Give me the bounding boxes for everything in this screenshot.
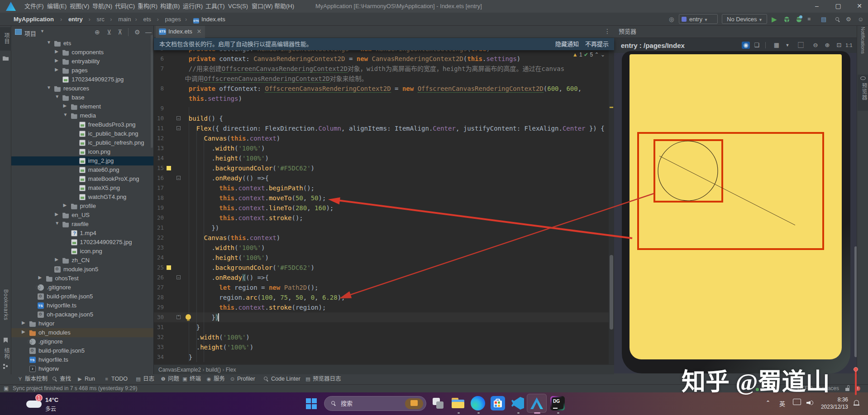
structure-stripe-tab[interactable]: 结构 [3,348,10,359]
tree-item-hvigorw[interactable]: hvigorw [11,364,154,373]
commit-stripe-icon[interactable] [3,56,9,61]
debug-button[interactable] [784,17,789,22]
chevron-right-icon[interactable]: ▶ [63,203,67,208]
chevron-right-icon[interactable]: ▶ [55,58,58,63]
run-button[interactable]: ▶ [772,13,777,26]
chevron-right-icon[interactable]: ▶ [55,49,58,54]
expand-all-icon[interactable]: ⊻ [107,28,111,36]
color-swatch[interactable] [167,265,171,270]
tree-item-pages[interactable]: ▶pages [11,66,154,75]
chevron-down-icon[interactable]: ▼ [55,221,59,226]
fold-marker-icon[interactable]: – [176,126,181,130]
tree-item-1.mp4[interactable]: 1.mp4 [11,229,154,238]
breadcrumb-main[interactable]: main [118,13,131,26]
tree-item-watchGT4.png[interactable]: watchGT4.png [11,193,154,202]
tree-item-icon.png[interactable]: icon.png [11,247,154,256]
task-view-icon[interactable] [431,396,445,410]
preview-frame-icon[interactable]: ⃞ [800,42,808,49]
tool-window-Profiler[interactable]: Profiler [237,374,255,384]
project-view-label[interactable]: 项目 [24,29,36,38]
chevron-right-icon[interactable]: ▶ [63,103,67,108]
tree-item-mate60.png[interactable]: mate60.png [11,165,154,174]
intention-bulb-icon[interactable] [186,314,191,320]
deveco-studio-icon[interactable] [529,396,544,410]
tree-item-en_US[interactable]: ▶en_US [11,211,154,220]
tree-item-build-profile.json5[interactable]: build-profile.json5 [11,346,154,355]
previewer-tab-label[interactable]: 预览器 [619,28,636,35]
tool-window-日志[interactable]: 日志 [143,374,154,384]
tool-window-TODO[interactable]: TODO [111,374,128,384]
datagrip-icon[interactable]: DG [550,396,565,410]
tree-item-module.json5[interactable]: module.json5 [11,265,154,274]
menu-help[interactable]: 帮助(H) [270,0,298,13]
tool-window-预览器日志[interactable]: 预览器日志 [313,374,341,384]
search-everywhere-icon[interactable] [835,17,840,22]
microsoft-store-icon[interactable] [491,396,505,410]
editor-scroll-stripe[interactable] [609,39,614,375]
edge-icon[interactable] [471,396,485,410]
tree-item-resources[interactable]: ▼resources [11,84,154,93]
vscode-icon[interactable] [510,396,525,410]
tool-window-版本控制[interactable]: 版本控制 [25,374,48,384]
taskbar-clock[interactable]: 8:36 2023/12/13 [820,396,848,410]
breadcrumb-ets[interactable]: ets [143,13,151,26]
project-view-dropdown-icon[interactable]: ▼ [40,29,44,33]
breadcrumb-entry[interactable]: entry [68,13,83,26]
editor-breadcrumb-Flex[interactable]: Flex [226,367,236,373]
weather-widget[interactable]: 1 14°C 多云 [23,393,81,414]
maximize-button[interactable]: ▢ [831,0,845,13]
fold-marker-icon[interactable]: – [176,275,181,279]
tree-item-1702344909275.jpg[interactable]: 1702344909275.jpg [11,75,154,84]
project-stripe-tab[interactable]: 项目 [0,27,11,51]
tool-window-Code Linter[interactable]: Code Linter [271,374,300,384]
zoom-slider-pin[interactable] [853,367,858,395]
tree-item-mateBookProX.png[interactable]: mateBookProX.png [11,174,154,184]
bookmarks-stripe-tab[interactable]: Bookmarks [3,289,9,321]
status-message[interactable]: Sync project finished in 7 s 468 ms (yes… [13,385,137,393]
preview-zoom-out-icon[interactable]: ⊖ [811,42,820,49]
tool-window-服务[interactable]: 服务 [214,374,225,384]
chevron-right-icon[interactable]: ▶ [22,320,25,325]
tree-item-icon.png[interactable]: icon.png [11,147,154,156]
breadcrumb-Index.ets[interactable]: ETSIndex.ets [193,13,225,26]
tree-item-oh_modules[interactable]: ▶oh_modules [11,328,154,337]
minimize-button[interactable]: – [810,0,824,13]
preview-actual-size-label[interactable]: 1:1 [845,42,853,49]
tree-item-element[interactable]: ▶element [11,102,154,111]
tree-item-zh_CN[interactable]: ▶zh_CN [11,256,154,265]
collapse-all-icon[interactable]: ⊼ [118,28,122,36]
fold-end-marker-icon[interactable]: ⌃ [176,315,181,319]
previewer-stripe-tab[interactable]: 预览器 [858,75,868,111]
tab-options-kebab-icon[interactable]: ⋮ [604,28,610,35]
tree-item-hvigorfile.ts[interactable]: hvigorfile.ts [11,301,154,310]
code-text[interactable]: private settings: RenderingContextSettin… [181,44,605,362]
tree-item-freeBudsPro3.png[interactable]: freeBudsPro3.png [11,120,154,129]
tree-item-mateX5.png[interactable]: mateX5.png [11,184,154,193]
tool-window-问题[interactable]: 问题 [168,374,179,384]
preview-grid-dropdown-icon[interactable]: ▼ [783,42,792,49]
tray-chevron-icon[interactable]: ⌃ [766,400,770,406]
chevron-down-icon[interactable]: ▼ [63,112,68,117]
settings-icon[interactable]: ⚙ [846,13,851,26]
tree-item-profile[interactable]: ▶profile [11,202,154,211]
tree-item-.gitignore[interactable]: .gitignore [11,283,154,292]
breadcrumb-pages[interactable]: pages [165,13,181,26]
tree-item-rawfile[interactable]: ▼rawfile [11,220,154,229]
chevron-right-icon[interactable]: ▶ [55,67,58,72]
tool-window-终端[interactable]: 终端 [190,374,201,384]
chevron-right-icon[interactable]: ▶ [38,275,42,280]
tree-item-hvigor[interactable]: ▶hvigor [11,319,154,328]
ime-indicator[interactable]: 英 [779,399,785,408]
tool-window-Run[interactable]: Run [85,374,95,384]
tab-close-icon[interactable]: ✕ [196,28,201,35]
taskbar-search-box[interactable]: 搜索 [324,396,426,411]
editor-breadcrumb-build()[interactable]: build() [206,367,221,373]
chevron-down-icon[interactable]: ▼ [47,85,51,90]
windows-start-button[interactable] [306,398,317,409]
device-manager-icon[interactable]: ▤ [821,13,826,26]
panel-settings-icon[interactable]: ⚙ [134,28,140,36]
breadcrumb-src[interactable]: src [96,13,104,26]
tree-item-ets[interactable]: ▼ets [11,39,154,48]
chevron-right-icon[interactable]: ▶ [55,212,58,217]
run-location-icon[interactable]: ◎ [669,13,674,26]
